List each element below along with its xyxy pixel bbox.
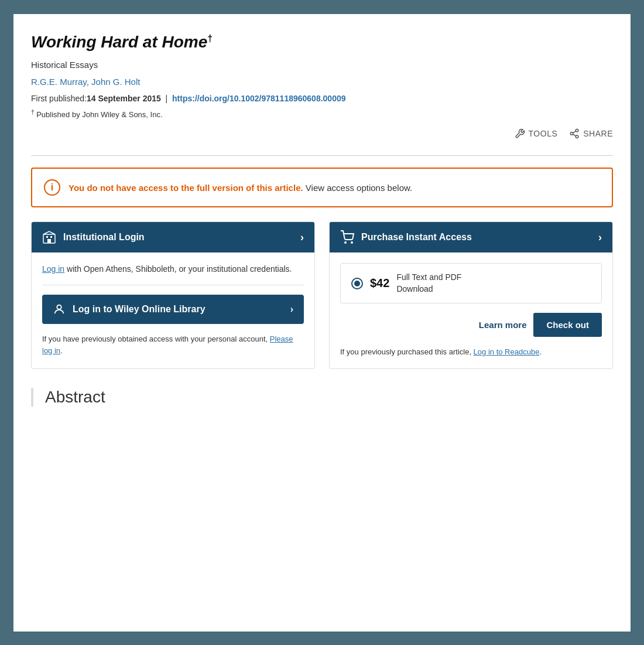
share-button[interactable]: SHARE	[569, 128, 613, 139]
access-warning-text: You do not have access to the full versi…	[68, 183, 412, 193]
purchase-header[interactable]: Purchase Instant Access ›	[330, 222, 612, 252]
wiley-btn-left: Log in to Wiley Online Library	[53, 303, 205, 316]
purchase-header-left: Purchase Instant Access	[340, 230, 472, 244]
tools-icon	[515, 128, 525, 139]
chevron-icon: ›	[300, 231, 304, 244]
wiley-login-button[interactable]: Log in to Wiley Online Library ›	[42, 295, 304, 324]
title-superscript: †	[207, 33, 213, 43]
svg-rect-8	[47, 239, 51, 243]
building-icon	[42, 230, 56, 244]
warning-bold: You do not have access to the full versi…	[68, 183, 303, 193]
footnote-text: Published by John Wiley & Sons, Inc.	[36, 110, 162, 119]
footnote-superscript: †	[31, 109, 35, 115]
access-grid: Institutional Login › Log in with Open A…	[31, 221, 613, 369]
price-desc: Full Text and PDF Download	[396, 272, 461, 295]
readcube-link[interactable]: Log in to Readcube	[474, 347, 540, 356]
personal-note-suffix: .	[60, 346, 63, 355]
doi-link[interactable]: https://doi.org/10.1002/9781118960608.00…	[172, 94, 346, 103]
personal-note-prefix: If you have previously obtained access w…	[42, 335, 270, 343]
divider	[31, 155, 613, 156]
warning-rest: View access options below.	[303, 183, 413, 193]
purchase-panel: Purchase Instant Access › $42 Full Text …	[329, 221, 613, 369]
price-desc-line1: Full Text and PDF	[396, 272, 461, 284]
svg-rect-6	[46, 236, 48, 238]
institutional-login-label: Institutional Login	[63, 232, 145, 243]
log-in-link[interactable]: Log in	[42, 264, 64, 274]
access-warning: i You do not have access to the full ver…	[31, 168, 613, 207]
price-radio[interactable]	[351, 278, 363, 289]
purchase-panel-body: $42 Full Text and PDF Download Learn mor…	[330, 252, 612, 368]
checkout-button[interactable]: Check out	[533, 313, 602, 337]
price-amount: $42	[370, 277, 389, 290]
title-text: Working Hard at Home	[31, 33, 207, 51]
institutional-login-text: Log in with Open Athens, Shibboleth, or …	[42, 263, 304, 275]
readcube-note: If you previously purchased this article…	[340, 346, 602, 358]
svg-line-4	[573, 131, 576, 133]
readcube-note-prefix: If you previously purchased this article…	[340, 347, 474, 356]
learn-more-button[interactable]: Learn more	[479, 320, 527, 330]
header-left: Institutional Login	[42, 230, 145, 244]
abstract-section: Abstract	[31, 388, 613, 407]
purchase-actions: Learn more Check out	[340, 313, 602, 337]
institutional-panel: Institutional Login › Log in with Open A…	[31, 221, 315, 369]
readcube-note-suffix: .	[539, 347, 542, 356]
first-published-label: First published:	[31, 94, 87, 103]
authors: R.G.E. Murray, John G. Holt	[31, 77, 613, 87]
svg-point-10	[345, 242, 346, 243]
wiley-btn-label: Log in to Wiley Online Library	[73, 304, 205, 315]
svg-point-9	[57, 305, 61, 309]
toolbar: TOOLS SHARE	[31, 128, 613, 146]
share-label: SHARE	[583, 129, 613, 138]
section-label: Historical Essays	[31, 60, 613, 70]
panel-divider	[42, 285, 304, 285]
page-container: Working Hard at Home† Historical Essays …	[12, 12, 632, 633]
svg-point-0	[576, 129, 579, 132]
svg-point-1	[571, 132, 574, 135]
purchase-header-label: Purchase Instant Access	[361, 232, 472, 243]
price-radio-inner	[354, 281, 360, 286]
login-text-suffix: with Open Athens, Shibboleth, or your in…	[64, 264, 292, 274]
abstract-title: Abstract	[45, 388, 613, 407]
svg-rect-7	[50, 236, 52, 238]
price-desc-line2: Download	[396, 284, 461, 295]
article-title: Working Hard at Home†	[31, 32, 613, 53]
price-box: $42 Full Text and PDF Download	[340, 263, 602, 303]
personal-note: If you have previously obtained access w…	[42, 333, 304, 356]
purchase-chevron-icon: ›	[598, 231, 602, 244]
wiley-btn-chevron: ›	[290, 304, 293, 315]
info-icon: i	[44, 179, 60, 196]
institutional-login-header[interactable]: Institutional Login ›	[32, 222, 314, 252]
cart-icon	[340, 230, 354, 244]
tools-label: TOOLS	[529, 129, 558, 138]
pub-info: First published:14 September 2015 | http…	[31, 94, 613, 103]
svg-line-3	[573, 134, 576, 136]
institutional-panel-body: Log in with Open Athens, Shibboleth, or …	[32, 252, 314, 367]
svg-point-11	[351, 242, 352, 243]
share-icon	[569, 128, 580, 139]
first-published-date: 14 September 2015	[87, 94, 161, 103]
svg-point-2	[576, 135, 579, 138]
footnote: † Published by John Wiley & Sons, Inc.	[31, 109, 613, 119]
tools-button[interactable]: TOOLS	[515, 128, 558, 139]
user-icon	[53, 303, 66, 316]
